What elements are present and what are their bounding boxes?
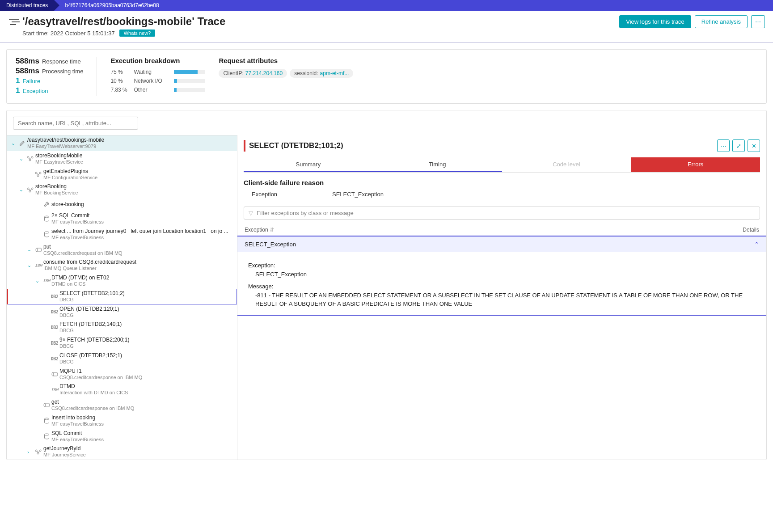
service-icon (34, 172, 43, 177)
trace-tree-node[interactable]: ⌄IBMconsume from CSQ8.creditcardrequestI… (7, 258, 237, 273)
failure-count[interactable]: 1 (16, 76, 20, 85)
tree-node-subtitle: Interaction with DTMD on CICS (59, 390, 128, 396)
tree-node-title: consume from CSQ8.creditcardrequest (43, 259, 136, 266)
trace-tree-node[interactable]: getCSQ8.creditcardresponse on IBM MQ (7, 397, 237, 413)
tree-node-title: SELECT (DTETDB2;101;2) (59, 290, 125, 297)
detail-close-button[interactable]: ✕ (748, 139, 760, 152)
tree-toggle-icon[interactable]: ⌄ (27, 262, 34, 268)
exception-row[interactable]: SELECT_Exception ⌃ (237, 236, 766, 252)
tab-timing[interactable]: Timing (373, 157, 502, 172)
failure-value: SELECT_Exception (332, 191, 384, 198)
trace-tree-node[interactable]: DB2FETCH (DTETDB2;140;1)DBCG (7, 320, 237, 335)
trace-tree-node[interactable]: store-booking (7, 198, 237, 211)
trace-tree-node[interactable]: select ... from Journey journey0_ left o… (7, 227, 237, 242)
tree-toggle-icon[interactable]: › (27, 449, 34, 455)
more-actions-button[interactable]: ⋯ (751, 15, 765, 28)
tree-node-title: 2× SQL Commit (51, 212, 104, 219)
breadcrumb-trace-id: b4f671764a062905baa0763d7e62be08 (54, 2, 159, 8)
view-logs-button[interactable]: View logs for this trace (619, 15, 691, 28)
tree-toggle-icon[interactable]: ⌄ (19, 156, 25, 162)
trace-tree-node[interactable]: ⌄storeBookingMobileMF EasytravelService (7, 151, 237, 167)
column-exception[interactable]: Exception ⇵ (245, 227, 743, 233)
trace-tree-node[interactable]: DB2OPEN (DTETDB2;120;1)DBCG (7, 304, 237, 320)
exception-link[interactable]: Exception (22, 88, 48, 94)
filter-icon: ▽ (249, 210, 253, 216)
tree-toggle-icon[interactable]: ⌄ (35, 278, 42, 284)
trace-tree-node[interactable]: ›getJourneyByIdMF JourneyService (7, 444, 237, 460)
tree-node-title: FETCH (DTETDB2;140;1) (59, 321, 122, 328)
exception-filter-input[interactable]: ▽ Filter exceptions by class or message (244, 207, 760, 220)
trace-tree-node[interactable]: DB2CLOSE (DTETDB2;152;1)DBCG (7, 351, 237, 367)
tree-node-subtitle: CSQ8.creditcardresponse on IBM MQ (59, 375, 142, 381)
tab-summary[interactable]: Summary (244, 157, 373, 172)
request-attribute-pill[interactable]: sessionid:apm-et-mf... (290, 69, 353, 78)
tree-node-title: CLOSE (DTETDB2;152;1) (59, 352, 122, 359)
tree-node-title: 9× FETCH (DTETDB2;200;1) (59, 337, 129, 343)
trace-tree-node[interactable]: ⌄/easytravel/rest/bookings-mobileMF Easy… (7, 135, 237, 151)
tree-node-title: DTMD (DTMD) on ET02 (51, 274, 109, 281)
detail-expand-button[interactable]: ⤢ (732, 139, 745, 152)
tab-code-level: Code level (502, 157, 631, 172)
svg-point-19 (35, 450, 37, 452)
tree-toggle-icon[interactable]: ⌄ (27, 247, 34, 253)
trace-tree-node[interactable]: MQPUT1CSQ8.creditcardresponse on IBM MQ (7, 367, 237, 382)
svg-point-18 (44, 434, 49, 435)
tree-node-subtitle: MF easyTravelBusiness (51, 235, 228, 241)
trace-tree-node[interactable]: Insert into bookingMF easyTravelBusiness (7, 413, 237, 429)
tree-toggle-icon[interactable]: ⌄ (11, 140, 17, 146)
svg-point-15 (52, 372, 54, 376)
ibm-icon: IBM (34, 263, 43, 268)
exception-count[interactable]: 1 (16, 86, 20, 95)
tree-node-subtitle: MF ConfigurationService (43, 175, 97, 181)
svg-point-4 (31, 156, 33, 158)
tree-toggle-icon[interactable]: ⌄ (19, 187, 25, 193)
tree-node-subtitle: IBM MQ Queue Listener (43, 266, 136, 272)
processing-time-value: 588ms (16, 67, 39, 76)
tree-node-title: /easytravel/rest/bookings-mobile (27, 137, 104, 144)
detail-more-button[interactable]: ⋯ (717, 139, 730, 152)
ibm-icon: IBM (50, 388, 59, 392)
tree-node-subtitle: MF EasytravelService (35, 159, 83, 165)
column-details: Details (743, 227, 759, 233)
trace-tree-node[interactable]: ⌄putCSQ8.creditcardrequest on IBM MQ (7, 242, 237, 258)
trace-tree-node[interactable]: IBMDTMDInteraction with DTMD on CICS (7, 382, 237, 397)
failure-reason-heading: Client-side failure reason (244, 179, 760, 186)
tree-node-title: DTMD (59, 383, 128, 390)
tab-errors[interactable]: Errors (631, 157, 760, 172)
trace-tree-node[interactable]: getEnabledPluginsMF ConfigurationService (7, 167, 237, 182)
response-time-value: 588ms (16, 57, 39, 66)
trace-tree-node[interactable]: SQL CommitMF easyTravelBusiness (7, 429, 237, 444)
db-icon (42, 433, 51, 439)
tree-node-title: put (43, 244, 122, 250)
service-icon (34, 449, 43, 455)
failure-link[interactable]: Failure (22, 78, 40, 84)
trace-tree-node[interactable]: ⌄storeBookingMF BookingService (7, 182, 237, 198)
main-card: ⌄/easytravel/rest/bookings-mobileMF Easy… (6, 110, 767, 460)
breadcrumb: Distributed traces b4f671764a062905baa07… (0, 0, 773, 11)
trace-tree-node[interactable]: 2× SQL CommitMF easyTravelBusiness (7, 211, 237, 227)
tree-node-subtitle: DTMD on CICS (51, 281, 109, 287)
tree-node-subtitle: MF easyTravelBusiness (51, 437, 104, 443)
svg-point-13 (44, 232, 49, 233)
trace-tree-node[interactable]: ⌄IBMDTMD (DTMD) on ET02DTMD on CICS (7, 273, 237, 289)
distributed-trace-icon (6, 15, 22, 26)
svg-point-12 (44, 216, 49, 218)
request-attribute-pill[interactable]: ClientIP:77.214.204.160 (219, 69, 287, 78)
trace-tree-node[interactable]: DB29× FETCH (DTETDB2;200;1)DBCG (7, 335, 237, 351)
search-input[interactable] (13, 117, 138, 130)
refine-analysis-button[interactable]: Refine analysis (695, 15, 748, 28)
tree-node-subtitle: MF EasyTravelWebserver:9079 (27, 144, 104, 150)
tree-node-subtitle: CSQ8.creditcardresponse on IBM MQ (51, 405, 134, 412)
start-time: Start time: 2022 October 5 15:01:37 (22, 30, 115, 37)
tree-node-title: SQL Commit (51, 430, 104, 437)
service-icon (25, 156, 35, 161)
tree-node-title: getJourneyById (43, 445, 86, 452)
edit-icon (17, 140, 27, 146)
trace-tree: ⌄/easytravel/rest/bookings-mobileMF Easy… (7, 135, 237, 460)
breadcrumb-root[interactable]: Distributed traces (0, 0, 54, 11)
detail-title: SELECT (DTETDB2;101;2) (249, 141, 714, 150)
error-indicator-bar (244, 140, 245, 152)
svg-point-20 (39, 450, 41, 452)
trace-tree-node[interactable]: DB2SELECT (DTETDB2;101;2)DBCG (7, 289, 237, 304)
whats-new-button[interactable]: Whats new? (119, 30, 156, 37)
